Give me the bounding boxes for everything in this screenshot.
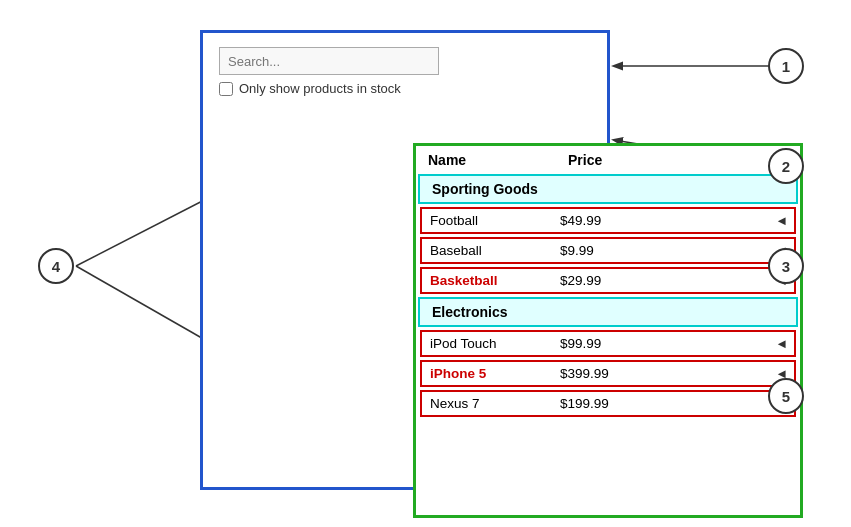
circle-label-3: 3 xyxy=(782,258,790,275)
svg-line-4 xyxy=(76,266,214,345)
product-row-football[interactable]: Football $49.99 ◄ xyxy=(420,207,796,234)
in-stock-label: Only show products in stock xyxy=(239,81,401,96)
header-price: Price xyxy=(568,152,668,168)
search-input[interactable] xyxy=(219,47,439,75)
product-price-basketball: $29.99 xyxy=(560,273,650,288)
circle-2: 2 xyxy=(768,148,804,184)
product-row-iphone[interactable]: iPhone 5 $399.99 ◄ xyxy=(420,360,796,387)
product-name-iphone: iPhone 5 xyxy=(430,366,560,381)
product-price-iphone: $399.99 xyxy=(560,366,650,381)
circle-label-2: 2 xyxy=(782,158,790,175)
blue-box: Only show products in stock Name Price S… xyxy=(200,30,610,490)
circle-3: 3 xyxy=(768,248,804,284)
checkbox-row: Only show products in stock xyxy=(219,81,591,96)
row-arrow-football: ◄ xyxy=(775,213,788,228)
table-header: Name Price xyxy=(416,146,800,174)
category-electronics-label: Electronics xyxy=(432,304,507,320)
header-name: Name xyxy=(428,152,568,168)
green-box: Name Price Sporting Goods Football $49.9… xyxy=(413,143,803,518)
circle-label-1: 1 xyxy=(782,58,790,75)
product-price-football: $49.99 xyxy=(560,213,650,228)
product-price-ipod: $99.99 xyxy=(560,336,650,351)
product-name-basketball: Basketball xyxy=(430,273,560,288)
product-price-nexus: $199.99 xyxy=(560,396,650,411)
product-row-basketball[interactable]: Basketball $29.99 ◄ xyxy=(420,267,796,294)
search-area: Only show products in stock xyxy=(203,33,607,106)
product-name-baseball: Baseball xyxy=(430,243,560,258)
product-row-ipod[interactable]: iPod Touch $99.99 ◄ xyxy=(420,330,796,357)
circle-1: 1 xyxy=(768,48,804,84)
category-sporting-goods: Sporting Goods xyxy=(418,174,798,204)
svg-line-3 xyxy=(76,195,214,266)
in-stock-checkbox[interactable] xyxy=(219,82,233,96)
product-row-baseball[interactable]: Baseball $9.99 ◄ xyxy=(420,237,796,264)
circle-label-4: 4 xyxy=(52,258,60,275)
circle-5: 5 xyxy=(768,378,804,414)
row-arrow-ipod: ◄ xyxy=(775,336,788,351)
product-price-baseball: $9.99 xyxy=(560,243,650,258)
scene: 1 2 3 4 5 Only show products in stock Na… xyxy=(0,0,851,527)
product-name-ipod: iPod Touch xyxy=(430,336,560,351)
product-name-nexus: Nexus 7 xyxy=(430,396,560,411)
product-name-football: Football xyxy=(430,213,560,228)
category-electronics: Electronics xyxy=(418,297,798,327)
category-sporting-goods-label: Sporting Goods xyxy=(432,181,538,197)
circle-4: 4 xyxy=(38,248,74,284)
circle-label-5: 5 xyxy=(782,388,790,405)
product-row-nexus[interactable]: Nexus 7 $199.99 ◄ xyxy=(420,390,796,417)
